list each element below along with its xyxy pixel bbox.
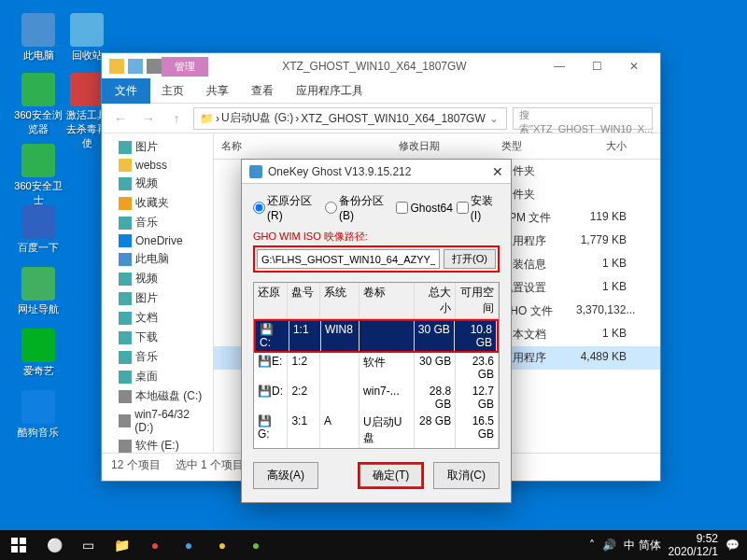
nav-item[interactable]: 本地磁盘 (C:) — [102, 386, 213, 406]
address-bar-row: ← → ↑ 📁› U启动U盘 (G:)› XTZ_GHOST_WIN10_X64… — [102, 104, 660, 133]
system-tray: ˄ 🔊 中 简体 9:52 2020/12/1 💬 — [582, 532, 747, 559]
ribbon-tab[interactable]: 共享 — [195, 79, 240, 102]
open-button[interactable]: 打开(O) — [444, 249, 496, 269]
file-tab[interactable]: 文件 — [102, 78, 150, 104]
app-taskbar-icon[interactable]: ● — [172, 530, 205, 560]
volume-icon[interactable]: 🔊 — [602, 539, 616, 552]
window-title: XTZ_GHOST_WIN10_X64_1807GW — [208, 60, 541, 73]
nav-item[interactable]: 文档 — [102, 308, 213, 328]
partition-row[interactable]: 💾C:1:1WIN830 GB10.8 GB — [254, 319, 499, 353]
desktop-icon[interactable]: 360安全浏览器 — [13, 73, 63, 136]
restore-radio[interactable]: 还原分区(R) — [253, 193, 321, 222]
back-button[interactable]: ← — [109, 107, 132, 130]
maximize-button[interactable]: ☐ — [578, 55, 615, 77]
nav-item[interactable]: 收藏夹 — [102, 193, 213, 213]
path-label: GHO WIM ISO 映像路径: — [253, 230, 500, 244]
forward-button[interactable]: → — [137, 107, 160, 130]
desktop-icon[interactable]: 百度一下 — [13, 205, 63, 255]
tray-chevron-icon[interactable]: ˄ — [589, 539, 595, 552]
nav-item[interactable]: 视频 — [102, 174, 213, 193]
app-taskbar-icon[interactable]: ● — [205, 530, 239, 560]
image-path-row: 打开(O) — [253, 245, 500, 273]
dialog-titlebar: OneKey Ghost V13.9.15.212 ✕ — [242, 160, 511, 184]
up-button[interactable]: ↑ — [165, 107, 188, 130]
svg-rect-3 — [20, 546, 26, 553]
nav-pane: 图片webss视频收藏夹音乐OneDrive此电脑视频图片文档下载音乐桌面本地磁… — [102, 133, 214, 453]
ribbon-tabs: 文件 主页共享查看应用程序工具 — [102, 79, 660, 104]
nav-item[interactable]: 视频 — [102, 269, 213, 288]
taskbar: ⚪ ▭ 📁 ● ● ● ● ˄ 🔊 中 简体 9:52 2020/12/1 💬 — [0, 530, 747, 560]
nav-item[interactable]: OneDrive — [102, 232, 213, 249]
ok-button[interactable]: 确定(T) — [358, 462, 424, 489]
explorer-taskbar-icon[interactable]: 📁 — [105, 530, 138, 560]
partition-row[interactable]: 💾E:1:2软件30 GB23.6 GB — [254, 353, 499, 383]
clock[interactable]: 9:52 2020/12/1 — [669, 532, 718, 559]
ribbon-tab[interactable]: 查看 — [240, 79, 285, 102]
desktop: 此电脑回收站360安全浏览器激活工具去杀毒再使360安全卫士百度一下网址导航爱奇… — [0, 0, 747, 560]
nav-item[interactable]: 下载 — [102, 328, 213, 347]
svg-rect-1 — [20, 538, 26, 544]
nav-item[interactable]: 图片 — [102, 288, 213, 308]
nav-item[interactable]: 图片 — [102, 137, 213, 157]
ribbon-tab[interactable]: 应用程序工具 — [285, 79, 374, 102]
nav-item[interactable]: win7-64/32 (D:) — [102, 406, 213, 436]
desktop-icon[interactable]: 网址导航 — [13, 267, 63, 316]
desktop-icon[interactable]: 爱奇艺 — [13, 329, 63, 378]
close-button[interactable]: ✕ — [615, 55, 653, 77]
backup-radio[interactable]: 备份分区(B) — [325, 193, 392, 222]
app-icon — [249, 165, 262, 178]
ghost64-check[interactable]: Ghost64 — [396, 193, 452, 222]
column-headers[interactable]: 名称 修改日期 类型 大小 — [214, 133, 660, 160]
image-path-input[interactable] — [257, 249, 440, 269]
partition-row[interactable]: 💾D:2:2win7-...28.8 GB12.7 GB — [254, 383, 499, 413]
nav-item[interactable]: webss — [102, 157, 213, 174]
notification-icon[interactable]: 💬 — [726, 539, 740, 552]
nav-item[interactable]: 此电脑 — [102, 249, 213, 269]
ribbon-context-tab[interactable]: 管理 — [162, 57, 208, 77]
qat-icons — [109, 59, 162, 74]
install-check[interactable]: 安装(I) — [457, 193, 500, 222]
onekey-ghost-dialog: OneKey Ghost V13.9.15.212 ✕ 还原分区(R) 备份分区… — [241, 159, 512, 503]
desktop-icon[interactable]: 酷狗音乐 — [13, 390, 63, 440]
explorer-titlebar: 管理 XTZ_GHOST_WIN10_X64_1807GW — ☐ ✕ — [102, 53, 660, 79]
desktop-icon[interactable]: 360安全卫士 — [13, 144, 63, 207]
nav-item[interactable]: 音乐 — [102, 347, 213, 367]
partition-table: 还原 盘号 系统 卷标 总大小 可用空间 💾C:1:1WIN830 GB10.8… — [253, 282, 500, 449]
cancel-button[interactable]: 取消(C) — [433, 462, 500, 489]
ime-indicator[interactable]: 中 简体 — [624, 538, 660, 553]
app-taskbar-icon[interactable]: ● — [138, 530, 172, 560]
svg-rect-2 — [11, 546, 18, 553]
partition-row[interactable]: 💾G:3:1AU启动U盘28 GB16.5 GB — [254, 413, 499, 448]
desktop-icon[interactable]: 此电脑 — [13, 13, 63, 63]
ribbon-tab[interactable]: 主页 — [150, 79, 195, 102]
search-icon[interactable]: ⚪ — [37, 530, 71, 560]
advanced-button[interactable]: 高级(A) — [253, 462, 318, 489]
search-input[interactable]: 搜索"XTZ_GHOST_WIN10_X... — [513, 107, 653, 130]
nav-item[interactable]: 音乐 — [102, 213, 213, 232]
nav-item[interactable]: 软件 (E:) — [102, 436, 213, 453]
svg-rect-0 — [11, 538, 18, 544]
dialog-close-button[interactable]: ✕ — [492, 164, 503, 179]
mode-radios: 还原分区(R) 备份分区(B) Ghost64 安装(I) — [253, 193, 500, 222]
app-taskbar-icon[interactable]: ● — [239, 530, 273, 560]
breadcrumb[interactable]: 📁› U启动U盘 (G:)› XTZ_GHOST_WIN10_X64_1807G… — [193, 107, 507, 130]
task-view-icon[interactable]: ▭ — [71, 530, 105, 560]
start-button[interactable] — [0, 530, 37, 560]
nav-item[interactable]: 桌面 — [102, 367, 213, 386]
minimize-button[interactable]: — — [541, 55, 578, 77]
